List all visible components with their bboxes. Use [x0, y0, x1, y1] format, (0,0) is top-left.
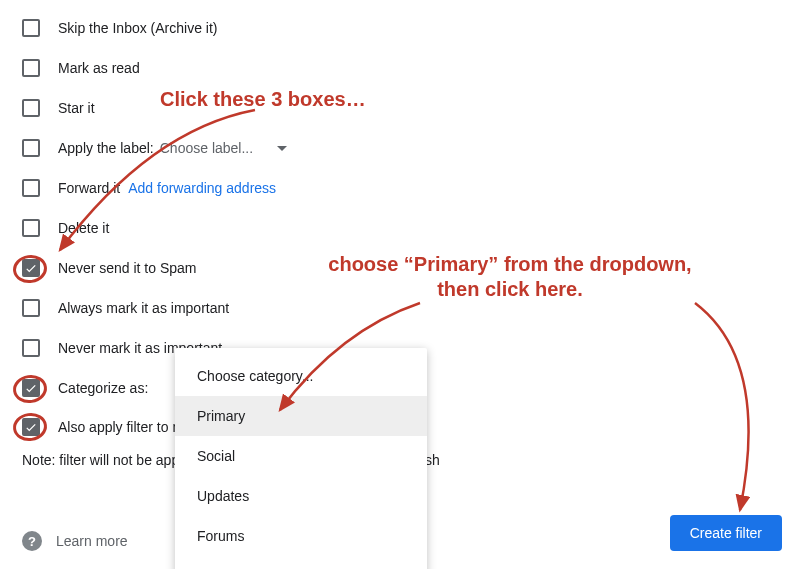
label-mark-read: Mark as read — [58, 60, 140, 76]
label-always-important: Always mark it as important — [58, 300, 229, 316]
dropdown-item-promotions[interactable]: Promotions — [175, 556, 427, 569]
dropdown-head: Choose category... — [175, 356, 427, 396]
dropdown-item-primary[interactable]: Primary — [175, 396, 427, 436]
label-apply-label: Apply the label: — [58, 140, 154, 156]
label-forward: Forward it — [58, 180, 120, 196]
checkbox-skip-inbox[interactable] — [22, 19, 40, 37]
dropdown-item-forums[interactable]: Forums — [175, 516, 427, 556]
dropdown-item-updates[interactable]: Updates — [175, 476, 427, 516]
label-delete: Delete it — [58, 220, 109, 236]
add-forwarding-link[interactable]: Add forwarding address — [128, 180, 276, 196]
checkbox-delete[interactable] — [22, 219, 40, 237]
help-icon[interactable]: ? — [22, 531, 42, 551]
footer: ? Learn more — [22, 531, 128, 551]
checkbox-mark-read[interactable] — [22, 59, 40, 77]
learn-more-link[interactable]: Learn more — [56, 533, 128, 549]
checkbox-never-spam[interactable] — [22, 259, 40, 277]
option-row-delete: Delete it — [22, 208, 800, 248]
chevron-down-icon — [277, 146, 287, 151]
option-row-mark-read: Mark as read — [22, 48, 800, 88]
checkbox-categorize[interactable] — [22, 379, 40, 397]
choose-label-dropdown[interactable]: Choose label... — [160, 140, 287, 156]
option-row-star: Star it — [22, 88, 800, 128]
choose-label-text: Choose label... — [160, 140, 253, 156]
checkbox-star[interactable] — [22, 99, 40, 117]
label-categorize: Categorize as: — [58, 380, 148, 396]
dropdown-item-social[interactable]: Social — [175, 436, 427, 476]
option-row-forward: Forward it Add forwarding address — [22, 168, 800, 208]
checkbox-forward[interactable] — [22, 179, 40, 197]
checkbox-apply-label[interactable] — [22, 139, 40, 157]
create-filter-button[interactable]: Create filter — [670, 515, 782, 551]
label-star: Star it — [58, 100, 95, 116]
checkbox-never-important[interactable] — [22, 339, 40, 357]
label-never-spam: Never send it to Spam — [58, 260, 197, 276]
label-skip-inbox: Skip the Inbox (Archive it) — [58, 20, 218, 36]
option-row-skip-inbox: Skip the Inbox (Archive it) — [22, 8, 800, 48]
option-row-apply-label: Apply the label: Choose label... — [22, 128, 800, 168]
checkbox-always-important[interactable] — [22, 299, 40, 317]
option-row-always-important: Always mark it as important — [22, 288, 800, 328]
checkbox-also-apply[interactable] — [22, 418, 40, 436]
category-dropdown-menu: Choose category... Primary Social Update… — [175, 348, 427, 569]
option-row-never-spam: Never send it to Spam — [22, 248, 800, 288]
